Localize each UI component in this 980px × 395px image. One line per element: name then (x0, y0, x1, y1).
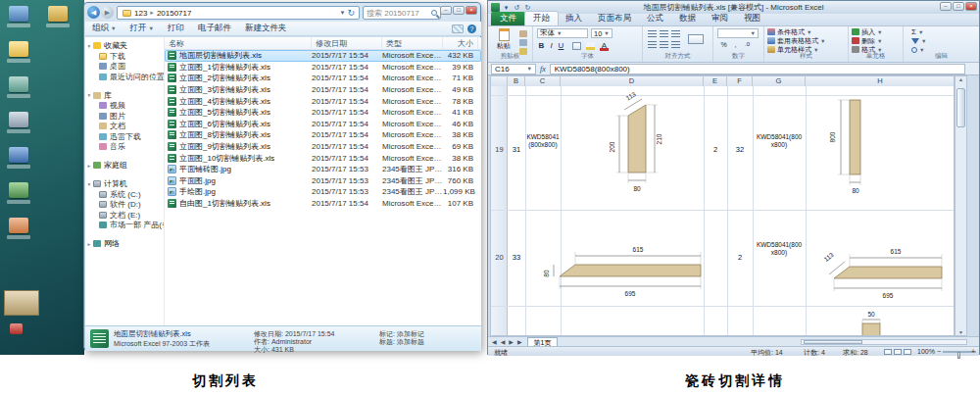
sidebar-item-music[interactable]: 音乐 (85, 142, 164, 153)
font-name-select[interactable]: 宋体▼ (537, 28, 588, 38)
expander-icon[interactable]: ▾ (85, 181, 93, 187)
file-row[interactable]: 立面图_1切割铺贴列表.xls 2015/7/17 15:54Microsoft… (165, 62, 481, 74)
redo-button[interactable]: ↻ (523, 3, 532, 12)
tab-page-layout[interactable]: 页面布局 (590, 12, 639, 25)
tab-data[interactable]: 数据 (671, 12, 704, 25)
last-sheet-icon[interactable]: ▶ (517, 338, 522, 345)
sidebar-item-network-drive[interactable]: 市场一部 产品(备... (85, 221, 164, 231)
sidebar-item-recent[interactable]: 最近访问的位置 (85, 72, 164, 82)
underline-button[interactable]: U (557, 41, 565, 50)
sheet-tab[interactable]: 第1页 (527, 337, 559, 346)
comma-style-button[interactable]: , (731, 41, 740, 48)
sidebar-item-thunder-downloads[interactable]: 迅雷下载 (85, 131, 164, 142)
file-row[interactable]: 立面图_6切割铺贴列表.xls 2015/7/17 15:54Microsoft… (165, 119, 481, 130)
file-row[interactable]: 手绘图.jpg 2015/7/17 15:532345看图王 JPG ...1,… (165, 186, 481, 198)
sidebar-item-documents[interactable]: 文档 (85, 122, 164, 132)
scroll-down-icon[interactable]: ▼ (956, 329, 966, 335)
sidebar-group-computer[interactable]: ▾ 计算机 (85, 178, 164, 189)
tab-insert[interactable]: 插入 (558, 12, 590, 25)
align-right-button[interactable] (671, 41, 680, 48)
sidebar-item-downloads[interactable]: 下载 (85, 51, 164, 62)
tab-review[interactable]: 审阅 (704, 12, 736, 25)
row-header[interactable]: 20 (491, 253, 508, 262)
desktop-icon[interactable] (4, 147, 33, 169)
file-row[interactable]: 立面图_3切割铺贴列表.xls 2015/7/17 15:54Microsoft… (165, 84, 481, 96)
expander-icon[interactable]: ▸ (85, 241, 93, 247)
italic-button[interactable]: I (547, 41, 556, 50)
expander-icon[interactable]: ▾ (85, 43, 93, 49)
zoom-slider-thumb[interactable] (957, 352, 960, 359)
copy-button[interactable] (519, 39, 527, 46)
cell-tile-code[interactable]: KWD58041(800x800) (756, 133, 803, 149)
desktop-icon[interactable] (4, 41, 33, 63)
column-header[interactable]: G (753, 76, 806, 86)
details-title[interactable]: 标题: 添加标题 (379, 337, 424, 347)
cell-tile-code[interactable]: KWD58041(800x800) (526, 133, 560, 149)
font-color-button[interactable]: A (600, 41, 609, 51)
zoom-level[interactable]: 100% (917, 348, 935, 355)
number-format-select[interactable]: ▼ (717, 28, 759, 38)
align-top-button[interactable] (648, 30, 657, 37)
next-sheet-icon[interactable]: ▶ (509, 338, 514, 345)
close-button[interactable]: × (466, 6, 477, 15)
file-row[interactable]: 立面图_2切割铺贴列表.xls 2015/7/17 15:54Microsoft… (165, 73, 481, 84)
merge-center-button[interactable] (688, 34, 704, 44)
open-button[interactable]: 打开▼ (122, 23, 160, 34)
save-button[interactable]: ▾ (502, 3, 511, 12)
file-row[interactable]: 地面层切割铺贴列表.xls 2015/7/17 15:54Microsoft E… (165, 50, 481, 62)
borders-button[interactable] (572, 42, 581, 50)
search-box[interactable]: 搜索 20150717 (363, 6, 441, 20)
select-all-corner[interactable] (491, 76, 508, 86)
column-header[interactable]: E (704, 76, 727, 86)
prev-sheet-icon[interactable]: ◀ (501, 338, 506, 345)
bold-button[interactable]: B (537, 41, 546, 50)
cut-button[interactable] (519, 30, 527, 37)
address-dropdown-icon[interactable]: ▼ (340, 10, 346, 16)
close-button[interactable]: × (965, 2, 977, 11)
email-button[interactable]: 电子邮件 (191, 23, 238, 34)
tab-home[interactable]: 开始 (525, 12, 558, 25)
first-sheet-icon[interactable]: ◀ (492, 338, 497, 345)
desktop-icon[interactable] (4, 112, 33, 133)
autosum-button[interactable]: Σ▼ (911, 27, 923, 36)
desktop-icon[interactable] (4, 182, 33, 204)
file-row[interactable]: 立面图_10切割铺贴列表.xls 2015/7/17 15:54Microsof… (165, 152, 481, 164)
breadcrumb-subfolder[interactable]: 20150717 (157, 9, 192, 18)
scrollbar-thumb[interactable] (804, 340, 862, 344)
file-row[interactable]: 平面铺砖图.jpg 2015/7/17 15:532345看图王 JPG ...… (165, 164, 481, 175)
file-row[interactable]: 立面图_4切割铺贴列表.xls 2015/7/17 15:54Microsoft… (165, 95, 481, 107)
file-row[interactable]: 立面图_5切割铺贴列表.xls 2015/7/17 15:54Microsoft… (165, 107, 481, 119)
column-header[interactable]: C (525, 76, 561, 86)
tab-view[interactable]: 视图 (736, 12, 768, 25)
sidebar-item-drive-e[interactable]: 文档 (E:) (85, 210, 164, 221)
sort-filter-button[interactable]: ▼ (911, 36, 926, 45)
sidebar-group-libraries[interactable]: ▾ 库 (85, 90, 164, 101)
tab-file[interactable]: 文件 (491, 12, 525, 25)
tab-formulas[interactable]: 公式 (639, 12, 671, 25)
desktop-icon[interactable] (4, 218, 33, 239)
minimize-button[interactable]: – (940, 2, 952, 11)
sidebar-item-drive-d[interactable]: 软件 (D:) (85, 200, 164, 211)
forward-button[interactable]: ▶ (101, 6, 114, 19)
desktop-icon[interactable] (4, 6, 33, 27)
sidebar-item-videos[interactable]: 视频 (85, 101, 164, 112)
zoom-out-button[interactable]: − (937, 348, 941, 355)
paste-button[interactable]: 粘贴 (494, 28, 514, 51)
fill-color-button[interactable] (586, 42, 595, 50)
print-button[interactable]: 打印 (161, 23, 191, 34)
breadcrumb-folder[interactable]: 123 (134, 9, 147, 18)
undo-button[interactable]: ↺ (513, 3, 521, 12)
cell-qty[interactable]: 2 (727, 253, 753, 262)
column-header[interactable]: B (508, 76, 525, 86)
column-header[interactable]: D (561, 76, 704, 86)
align-center-button[interactable] (660, 41, 668, 48)
column-header[interactable]: H (806, 76, 956, 86)
name-box[interactable]: C16▼ (491, 64, 536, 74)
column-header-size[interactable]: 大小 (443, 37, 478, 49)
sidebar-item-drive-c[interactable]: 系统 (C:) (85, 189, 164, 200)
minimize-button[interactable]: – (440, 6, 452, 15)
formula-input[interactable]: KWD58058(800x800) (550, 64, 965, 74)
font-size-select[interactable]: 10▼ (591, 28, 612, 38)
file-row[interactable]: 立面图_9切割铺贴列表.xls 2015/7/17 15:54Microsoft… (165, 141, 481, 153)
spreadsheet-grid[interactable]: 19 20 31 KWD58041(800x800) 2 32 KWD58041… (490, 86, 955, 336)
